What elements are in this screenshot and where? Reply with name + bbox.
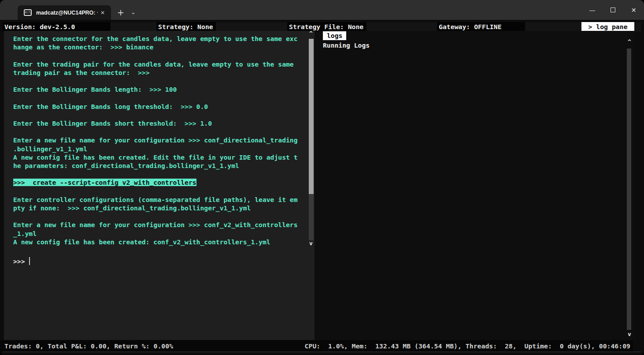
window-controls: — ✕ [582, 0, 644, 20]
terminal-output-line [13, 111, 308, 119]
maximize-icon [611, 7, 615, 12]
titlebar: c:\ madcatz@NUC14PRO: ~/deve ✕ + ⌄ — ✕ [0, 0, 644, 20]
system-status-label: CPU: 1.0%, Mem: 132.43 MB (364.54 MB), T… [305, 342, 630, 350]
close-button[interactable]: ✕ [623, 0, 644, 20]
terminal-output-line: Enter the connector for the candles data… [13, 34, 308, 43]
terminal-output-line: A new config file has been created: conf… [13, 238, 308, 246]
terminal-output-line: Enter a new file name for your configura… [13, 220, 308, 229]
console-output[interactable]: Enter the connector for the candles data… [13, 34, 308, 246]
tab-close-icon[interactable]: ✕ [100, 10, 105, 16]
strategy-label: Strategy: None [156, 22, 216, 32]
maximize-button[interactable] [603, 0, 623, 20]
console-pane: Enter the connector for the candles data… [4, 31, 315, 340]
logs-scrollbar-track[interactable] [627, 49, 631, 330]
console-scrollbar-track[interactable] [309, 194, 314, 240]
terminal-output-line [13, 187, 308, 195]
terminal-output-line: Enter the Bollinger Bands length: >>> 10… [13, 85, 308, 93]
trades-status-label: Trades: 0, Total P&L: 0.00, Return %: 0.… [4, 342, 173, 350]
terminal-output-line: trading pair as the connector: >>> [13, 68, 308, 77]
terminal-output-line [13, 51, 308, 60]
terminal-window: c:\ madcatz@NUC14PRO: ~/deve ✕ + ⌄ — ✕ V… [0, 0, 644, 355]
logs-scroll-up-icon[interactable]: ^ [626, 38, 633, 45]
terminal-output-line: hange as the connector: >>> binance [13, 43, 308, 51]
terminal-output-line: Enter a new file name for your configura… [13, 136, 308, 144]
top-status-bar: Version: dev-2.5.0 Strategy: None Strate… [3, 22, 641, 32]
terminal-output-line: A new config file has been created. Edit… [13, 153, 308, 161]
terminal-output-line: Enter controller configurations (comma-s… [13, 195, 308, 204]
tab-logs[interactable]: logs [323, 31, 346, 40]
terminal-output-line: pty if none: >>> conf_directional_tradin… [13, 204, 308, 212]
terminal-output-line: Enter the Bollinger Bands long threshold… [13, 102, 308, 111]
new-tab-button[interactable]: + [117, 6, 124, 19]
terminal-output-line [13, 127, 308, 136]
terminal-output-line: >>> create --script-config v2_with_contr… [13, 178, 308, 187]
prompt-label: >>> [13, 258, 25, 265]
terminal-icon: c:\ [24, 9, 32, 16]
terminal-output-line [13, 77, 308, 85]
tab-title: madcatz@NUC14PRO: ~/deve [36, 10, 98, 16]
gateway-label: Gateway: OFFLINE [437, 22, 525, 32]
version-label: Version: dev-2.5.0 [3, 22, 111, 32]
terminal-tab[interactable]: c:\ madcatz@NUC14PRO: ~/deve ✕ [18, 5, 111, 20]
terminal-output-line: _1.yml [13, 229, 308, 238]
window-bottom-edge [3, 351, 641, 352]
strategy-file-label: Strategy File: None [287, 22, 366, 32]
log-pane-toggle-button[interactable]: > log pane [581, 22, 634, 32]
logs-scroll-down-icon[interactable]: v [626, 331, 633, 337]
text-cursor [29, 257, 30, 265]
bottom-status-bar: Trades: 0, Total P&L: 0.00, Return %: 0.… [0, 340, 633, 351]
terminal-output-line [13, 212, 308, 220]
tab-dropdown-icon[interactable]: ⌄ [131, 6, 136, 19]
terminal-output-line: .bollinger_v1_1.yml [13, 145, 308, 153]
log-pane: logs Running Logs ^ v [315, 31, 635, 340]
terminal-output-line: he parameters: conf_directional_trading.… [13, 161, 308, 170]
running-logs-heading: Running Logs [323, 41, 370, 50]
console-scroll-down-icon[interactable]: v [308, 240, 314, 247]
command-input[interactable]: >>> [13, 257, 30, 265]
minimize-button[interactable]: — [582, 0, 603, 20]
console-scrollbar-thumb[interactable] [309, 39, 314, 194]
terminal-output-line: Enter the Bollinger Bands short threshol… [13, 119, 308, 127]
terminal-output-line: Enter the trading pair for the candles d… [13, 60, 308, 68]
terminal-output-line [13, 93, 308, 102]
console-scroll-up-icon[interactable]: ^ [308, 30, 314, 37]
terminal-output-line [13, 170, 308, 178]
